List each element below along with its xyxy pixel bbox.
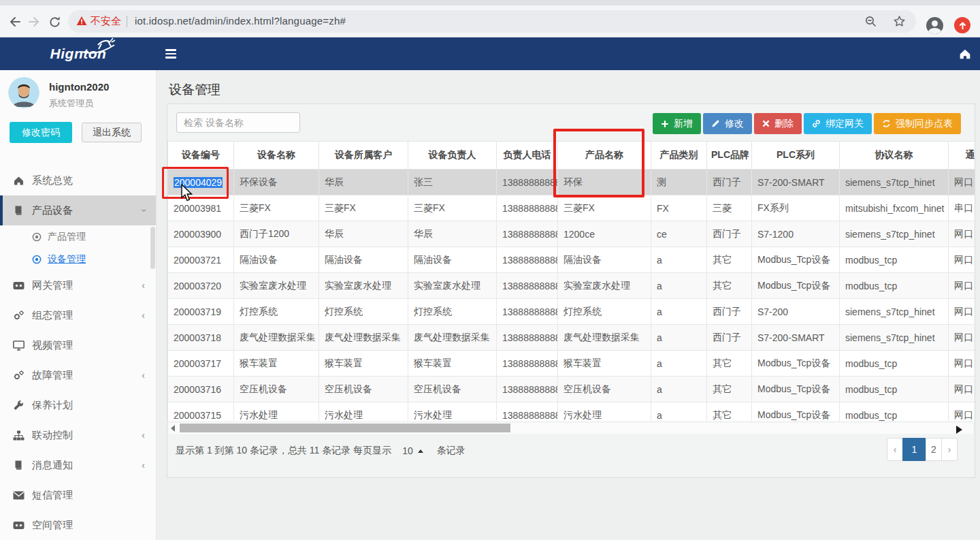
table-cell[interactable]: a — [651, 351, 707, 377]
pager-page-1[interactable]: 1 — [902, 438, 926, 461]
table-row[interactable]: 200003721隔油设备隔油设备隔油设备13888888888隔油设备a其它M… — [168, 247, 975, 273]
table-cell[interactable]: 200003718 — [168, 325, 234, 351]
table-row[interactable]: 200003716空压机设备空压机设备空压机设备13888888888空压机设备… — [168, 377, 975, 402]
search-input[interactable] — [176, 112, 300, 133]
table-cell[interactable]: 环保设备 — [234, 170, 319, 195]
change-password-button[interactable]: 修改密码 — [10, 122, 72, 143]
table-cell[interactable]: 网口 — [949, 299, 975, 325]
table-cell[interactable]: 网口 — [949, 325, 975, 351]
table-cell[interactable]: modbus_tcp — [840, 402, 949, 422]
bind-gateway-button[interactable]: 绑定网关 — [804, 113, 872, 134]
table-cell[interactable]: 隔油设备 — [234, 247, 319, 273]
table-cell[interactable]: 200003716 — [168, 377, 234, 402]
table-cell[interactable]: 200003981 — [168, 195, 234, 221]
table-cell[interactable]: 三菱FX — [319, 195, 408, 221]
column-header[interactable]: 协议名称 — [840, 142, 949, 170]
logout-button[interactable]: 退出系统 — [82, 123, 142, 142]
table-cell[interactable]: Modbus_Tcp设备 — [752, 273, 840, 299]
table-cell[interactable]: 华辰 — [319, 170, 408, 195]
table-cell[interactable]: a — [651, 402, 707, 422]
table-cell[interactable]: 西门子 — [707, 299, 752, 325]
table-cell[interactable]: 灯控系统 — [234, 299, 319, 325]
table-cell[interactable]: 猴车装置 — [319, 351, 408, 377]
sidebar-item-product-device[interactable]: 产品设备 ‹ — [0, 195, 156, 225]
column-header[interactable]: 产品类别 — [651, 142, 707, 170]
table-cell[interactable]: 网口 — [949, 273, 975, 299]
table-cell[interactable]: 200003717 — [168, 351, 234, 377]
table-cell[interactable]: FX — [651, 195, 707, 221]
table-cell[interactable]: a — [651, 325, 707, 351]
table-cell[interactable]: 废气处理数据采集 — [408, 325, 497, 351]
table-cell[interactable]: 隔油设备 — [319, 247, 408, 273]
column-header[interactable]: 设备所属客户 — [319, 142, 408, 170]
table-cell[interactable]: 13888888888 — [497, 247, 558, 273]
table-cell[interactable]: a — [651, 377, 707, 402]
edit-button[interactable]: 修改 — [703, 113, 752, 134]
table-cell[interactable]: 隔油设备 — [408, 247, 497, 273]
table-cell[interactable]: ce — [651, 221, 707, 247]
table-cell[interactable]: FX系列 — [752, 195, 840, 221]
scroll-right-icon[interactable] — [956, 426, 962, 434]
table-cell[interactable]: 污水处理 — [234, 402, 319, 422]
table-cell[interactable]: 13888888888 — [497, 325, 558, 351]
table-row[interactable]: 200003900西门子1200华辰华辰138888888881200cece西… — [168, 221, 975, 247]
table-cell[interactable]: 环保 — [558, 170, 651, 195]
table-cell[interactable]: 空压机设备 — [319, 377, 408, 402]
sidebar-item-video[interactable]: 视频管理 — [0, 330, 156, 360]
table-cell[interactable]: siemens_s7tcp_hinet — [840, 325, 949, 351]
address-bar[interactable]: 不安全 iot.idosp.net/admin/index.html?langu… — [68, 10, 916, 33]
table-cell[interactable]: 灯控系统 — [319, 299, 408, 325]
table-cell[interactable]: 污水处理 — [408, 402, 497, 422]
table-cell[interactable]: 网口 — [949, 351, 975, 377]
ssl-warning-icon[interactable] — [76, 16, 87, 26]
table-cell[interactable]: 200003719 — [168, 299, 234, 325]
table-cell[interactable]: 隔油设备 — [558, 247, 651, 273]
force-sync-button[interactable]: 强制同步点表 — [874, 113, 961, 134]
table-cell[interactable]: 灯控系统 — [558, 299, 651, 325]
table-cell[interactable]: 猴车装置 — [234, 351, 319, 377]
table-cell[interactable]: 13888888888 — [497, 273, 558, 299]
column-header[interactable]: 设备编号 — [168, 142, 234, 170]
back-arrow-icon[interactable] — [7, 14, 22, 29]
table-cell[interactable]: 三菱 — [707, 195, 752, 221]
table-cell[interactable]: 实验室废水处理 — [319, 273, 408, 299]
sidebar-item-maintenance[interactable]: 保养计划 — [0, 390, 156, 420]
sidebar-item-configuration[interactable]: 组态管理 ‹ — [0, 300, 156, 330]
table-cell[interactable]: 西门子 — [707, 325, 752, 351]
table-cell[interactable]: 其它 — [707, 402, 752, 422]
table-cell[interactable]: 测 — [651, 170, 707, 195]
table-cell[interactable]: 废气处理数据采集 — [319, 325, 408, 351]
table-cell[interactable]: 华辰 — [408, 221, 497, 247]
table-cell[interactable]: 实验室废水处理 — [408, 273, 497, 299]
table-cell[interactable]: 200003900 — [168, 221, 234, 247]
page-size-select[interactable]: 10 — [402, 445, 423, 456]
table-cell[interactable]: S7-200-SMART — [752, 170, 840, 195]
table-cell[interactable]: 网口 — [949, 247, 975, 273]
table-cell[interactable]: S7-200-SMART — [752, 325, 840, 351]
table-cell[interactable]: a — [651, 247, 707, 273]
table-cell[interactable]: 空压机设备 — [234, 377, 319, 402]
pager-page-2[interactable]: 2 — [926, 438, 942, 461]
bookmark-star-icon[interactable] — [892, 14, 906, 29]
table-cell[interactable]: 猴车装置 — [408, 351, 497, 377]
table-cell[interactable]: 200004029 — [168, 170, 234, 195]
table-cell[interactable]: 废气处理数据采集 — [558, 325, 651, 351]
table-cell[interactable]: 实验室废水处理 — [558, 273, 651, 299]
table-cell[interactable]: 200003720 — [168, 273, 234, 299]
table-cell[interactable]: 网口 — [949, 402, 975, 422]
sidebar-item-system-overview[interactable]: 系统总览 — [0, 165, 156, 195]
sidebar-item-fault[interactable]: 故障管理 ‹ — [0, 360, 156, 390]
table-cell[interactable]: 13888888888 — [497, 195, 558, 221]
sidebar-item-linkage-control[interactable]: 联动控制 ‹ — [0, 420, 156, 450]
table-cell[interactable]: 西门子1200 — [234, 221, 319, 247]
forward-arrow-icon[interactable] — [27, 14, 42, 29]
profile-avatar-icon[interactable] — [926, 17, 943, 34]
delete-button[interactable]: 删除 — [754, 113, 802, 134]
table-cell[interactable]: modbus_tcp — [840, 351, 949, 377]
zoom-out-icon[interactable] — [863, 14, 878, 29]
home-icon[interactable] — [959, 48, 971, 60]
table-cell[interactable]: 污水处理 — [558, 402, 651, 422]
table-cell[interactable]: siemens_s7tcp_hinet — [840, 299, 949, 325]
column-header[interactable]: PLC品牌 — [707, 142, 752, 170]
table-cell[interactable]: S7-200 — [752, 299, 840, 325]
